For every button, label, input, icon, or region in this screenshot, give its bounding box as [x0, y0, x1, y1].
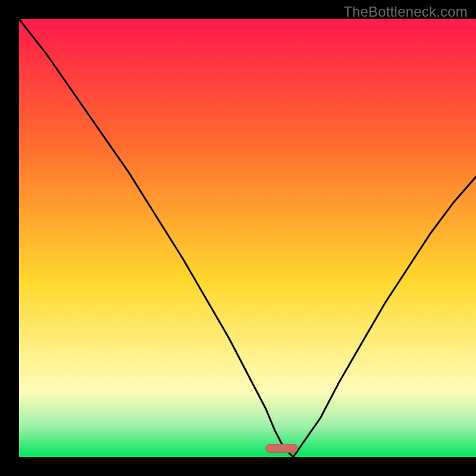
- optimum-marker: [266, 444, 298, 453]
- chart-stage: TheBottleneck.com: [0, 0, 476, 476]
- plot-area: [19, 19, 476, 457]
- watermark-text: TheBottleneck.com: [343, 4, 468, 20]
- bottleneck-chart: [0, 0, 476, 476]
